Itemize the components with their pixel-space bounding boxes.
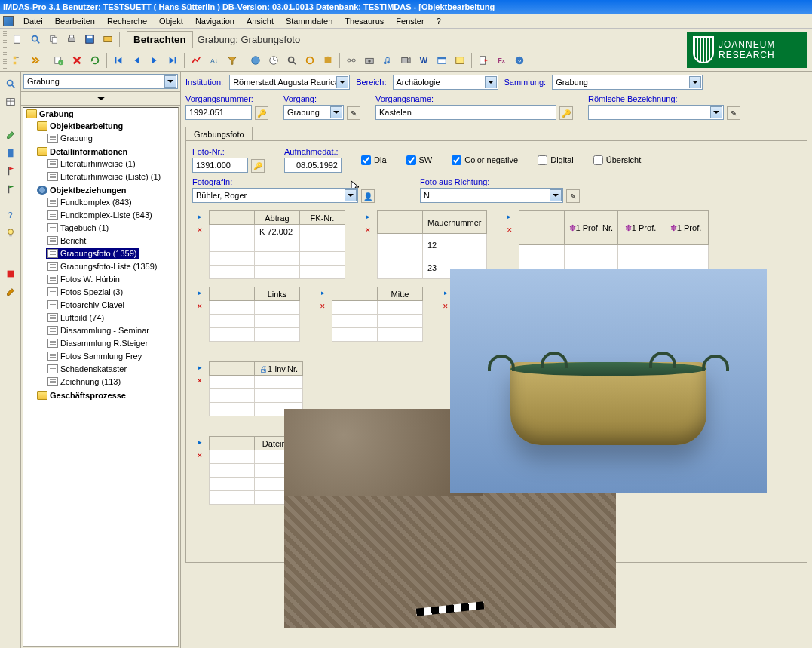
tree-item-selected[interactable]: Grabungsfoto (1359) bbox=[46, 248, 139, 259]
sammlung-combo[interactable]: Grabung bbox=[552, 75, 703, 90]
tree-item[interactable]: Bericht bbox=[46, 235, 87, 246]
fotografin-combo[interactable]: Bühler, Roger bbox=[192, 188, 358, 203]
col-mauernummer[interactable]: Mauernummer bbox=[423, 211, 487, 234]
grid-add-button[interactable]: ▸ bbox=[503, 210, 516, 223]
exit-button[interactable] bbox=[475, 52, 492, 69]
tree-item[interactable]: Fotoarchiv Clavel bbox=[46, 299, 126, 310]
col-abtrag[interactable]: Abtrag bbox=[255, 211, 300, 225]
help-button[interactable]: ? bbox=[511, 52, 528, 69]
new-button[interactable] bbox=[9, 31, 26, 48]
globe-button[interactable] bbox=[247, 52, 264, 69]
next-button[interactable] bbox=[146, 52, 163, 69]
nav-next-icon[interactable] bbox=[27, 52, 44, 69]
grid-delete-button[interactable]: ✕ bbox=[193, 300, 207, 312]
window-button[interactable] bbox=[434, 52, 450, 69]
tree-root[interactable]: Grabung bbox=[25, 109, 75, 119]
check-colorneg[interactable]: Color negative bbox=[452, 155, 518, 165]
link-button[interactable] bbox=[343, 52, 360, 69]
prev-button[interactable] bbox=[128, 52, 145, 69]
fn-button[interactable]: Fx bbox=[493, 52, 510, 69]
menu-ansicht[interactable]: Ansicht bbox=[241, 15, 279, 27]
menu-fenster[interactable]: Fenster bbox=[391, 15, 429, 27]
db-button[interactable] bbox=[320, 52, 336, 69]
bookmark-icon[interactable] bbox=[2, 145, 19, 161]
clock-button[interactable] bbox=[265, 52, 282, 69]
flag-red-icon[interactable] bbox=[2, 163, 19, 180]
roemische-combo[interactable] bbox=[588, 105, 724, 120]
grid-delete-button[interactable]: ✕ bbox=[503, 224, 516, 236]
delete-button[interactable] bbox=[69, 52, 85, 69]
last-button[interactable] bbox=[164, 52, 181, 69]
vorgang-combo[interactable]: Grabung bbox=[283, 105, 344, 120]
tree-item[interactable]: Fundkomplex (843) bbox=[46, 197, 133, 207]
grid-add-button[interactable]: ▸ bbox=[193, 287, 207, 299]
tree-item[interactable]: Grabungsfoto-Liste (1359) bbox=[46, 261, 158, 272]
tree-item[interactable]: Grabung bbox=[46, 133, 94, 143]
menu-recherche[interactable]: Recherche bbox=[102, 15, 152, 27]
tree-button[interactable] bbox=[9, 52, 26, 69]
tree-item[interactable]: Literaturhinweise (Liste) (1) bbox=[46, 171, 162, 182]
tree-item[interactable]: Schadenskataster bbox=[46, 364, 128, 374]
edit-icon[interactable]: ✎ bbox=[566, 189, 580, 203]
aufnahmedat-input[interactable]: 08.05.1992 bbox=[284, 158, 342, 173]
menu-datei[interactable]: Datei bbox=[18, 15, 48, 27]
betrachten-button[interactable]: Betrachten bbox=[127, 31, 193, 48]
object-button[interactable] bbox=[100, 31, 116, 48]
chevron-down-icon[interactable] bbox=[710, 106, 722, 118]
grid-delete-button[interactable]: ✕ bbox=[316, 300, 329, 312]
table-icon[interactable] bbox=[2, 94, 19, 110]
chevron-down-icon[interactable] bbox=[345, 189, 357, 201]
info-button[interactable] bbox=[452, 52, 468, 69]
tree-item[interactable]: Fotos W. Hürbin bbox=[46, 274, 121, 284]
tree-item[interactable]: Fotos Spezial (3) bbox=[46, 287, 124, 297]
col-prof2[interactable]: ✽1 Prof. bbox=[663, 211, 709, 245]
chart-button[interactable] bbox=[188, 52, 204, 69]
tree-item[interactable]: Zeichnung (113) bbox=[46, 376, 122, 387]
zoom-button[interactable] bbox=[283, 52, 300, 69]
chevron-down-icon[interactable] bbox=[485, 76, 497, 88]
tree-objektbearbeitung[interactable]: Objektbearbeitung bbox=[35, 121, 124, 131]
edit-icon[interactable] bbox=[2, 127, 19, 143]
help-pointer-icon[interactable]: ? bbox=[2, 207, 19, 223]
tree-item[interactable]: Literaturhinweise (1) bbox=[46, 158, 137, 169]
menu-help[interactable]: ? bbox=[431, 15, 446, 27]
refresh2-button[interactable] bbox=[302, 52, 318, 69]
fotoaus-combo[interactable]: N bbox=[420, 188, 563, 203]
check-uebersicht[interactable]: Übersicht bbox=[593, 155, 641, 165]
menu-objekt[interactable]: Objekt bbox=[154, 15, 188, 27]
tree-item[interactable]: Fotos Sammlung Frey bbox=[46, 351, 143, 361]
grid-add-button[interactable]: ▸ bbox=[193, 436, 207, 448]
chevron-down-icon[interactable] bbox=[689, 76, 701, 88]
lightbulb-icon[interactable] bbox=[2, 225, 19, 241]
tree-item[interactable]: Fundkomplex-Liste (843) bbox=[46, 210, 154, 220]
grid-add-button[interactable]: ▸ bbox=[193, 210, 207, 223]
tree-geschaeftsprozesse[interactable]: Geschäftsprozesse bbox=[35, 390, 127, 401]
video-button[interactable] bbox=[397, 52, 414, 69]
col-prof1[interactable]: ✽1 Prof. bbox=[618, 211, 663, 245]
search-button[interactable] bbox=[27, 31, 44, 48]
grid-delete-button[interactable]: ✕ bbox=[193, 375, 207, 387]
chevron-down-icon[interactable] bbox=[330, 106, 342, 118]
key-icon[interactable]: 🔑 bbox=[559, 106, 573, 120]
red-square-icon[interactable] bbox=[2, 266, 19, 282]
grid-delete-button[interactable]: ✕ bbox=[193, 224, 207, 236]
print-button[interactable] bbox=[63, 31, 80, 48]
add-button[interactable]: + bbox=[51, 52, 67, 69]
save-button[interactable] bbox=[81, 31, 98, 48]
cell[interactable]: 12 bbox=[423, 234, 487, 256]
abc-button[interactable]: A↓ bbox=[206, 52, 222, 69]
menu-bearbeiten[interactable]: Bearbeiten bbox=[50, 15, 100, 27]
first-button[interactable] bbox=[110, 52, 127, 69]
fotonr-input[interactable]: 1391.000 bbox=[192, 158, 248, 173]
menu-stammdaten[interactable]: Stammdaten bbox=[280, 15, 338, 27]
filter-button[interactable] bbox=[224, 52, 241, 69]
col-invnr[interactable]: 🖨1 Inv.Nr. bbox=[255, 362, 303, 376]
menu-thesaurus[interactable]: Thesaurus bbox=[339, 15, 389, 27]
nav-type-combo[interactable]: Grabung bbox=[23, 74, 178, 89]
tree-item[interactable]: Diasammlung R.Steiger bbox=[46, 338, 149, 349]
tree-item[interactable]: Luftbild (74) bbox=[46, 312, 106, 323]
tree-detailinformationen[interactable]: Detailinformationen bbox=[35, 146, 129, 157]
check-dia[interactable]: Dia bbox=[361, 155, 387, 165]
col-mitte[interactable]: Mitte bbox=[378, 287, 423, 301]
tree-objektbeziehungen[interactable]: Objektbeziehungen bbox=[35, 185, 127, 195]
